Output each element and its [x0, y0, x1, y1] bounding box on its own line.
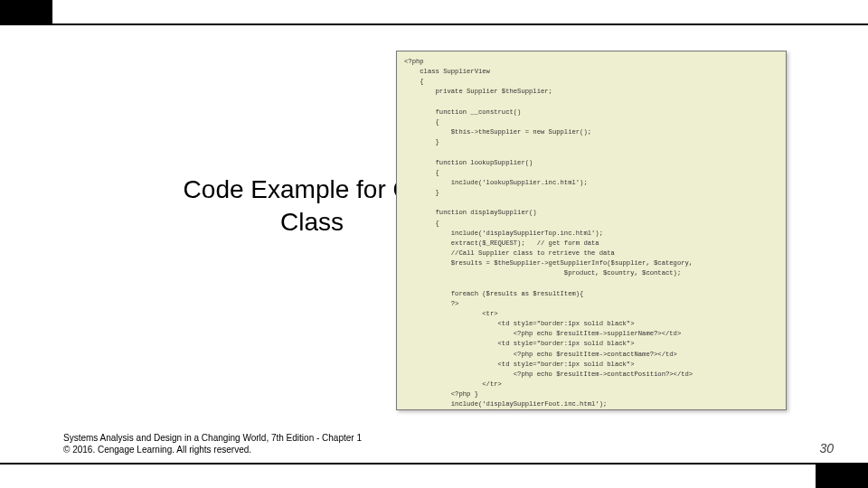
rule-bottom [0, 463, 868, 465]
footer: Systems Analysis and Design in a Changin… [63, 432, 362, 455]
page-number: 30 [819, 441, 834, 455]
code-listing: <?php class SupplierView { private Suppl… [396, 51, 787, 410]
footer-line-1: Systems Analysis and Design in a Changin… [63, 432, 362, 444]
accent-bottom [816, 465, 868, 488]
rule-top [0, 23, 868, 25]
accent-top [0, 0, 52, 23]
slide: Code Example for One Class <?php class S… [0, 0, 868, 488]
footer-line-2: © 2016. Cengage Learning. All rights res… [63, 444, 362, 455]
